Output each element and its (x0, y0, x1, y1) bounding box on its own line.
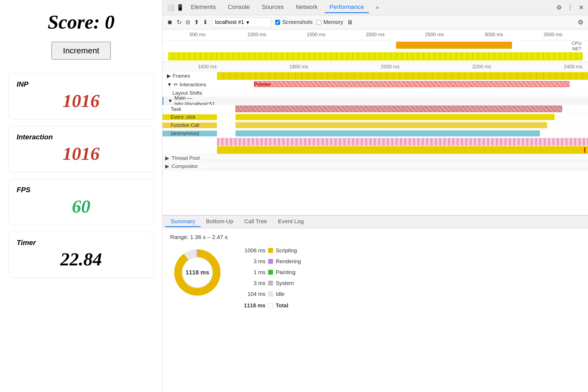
function-call-content (217, 122, 588, 129)
detail-yellow-content (217, 146, 588, 154)
anonymous-bar (235, 130, 540, 136)
upload-button[interactable]: ⬆ (194, 19, 199, 26)
tab-more[interactable]: » (371, 2, 384, 13)
timer-card: Timer 22.84 (8, 232, 154, 278)
close-icon[interactable]: ✕ (579, 4, 584, 11)
timeline-tracks: 1600 ms 1800 ms 2000 ms 2200 ms 2400 ms … (163, 62, 588, 215)
task-label: Task (163, 106, 217, 112)
ruler-2000: 2000 ms (346, 32, 405, 38)
main-expand-icon[interactable]: ▼ (168, 98, 173, 104)
tab-console[interactable]: Console (223, 2, 255, 13)
score-title: Score: 0 (48, 11, 115, 33)
thread-pool-expand-icon[interactable]: ▶ (165, 155, 169, 161)
interactions-label: ▼ ✏ Interactions (163, 81, 217, 88)
cpu-usage-bar (396, 42, 512, 49)
idle-name: Idle (276, 289, 284, 299)
clear-button[interactable]: ⊘ (185, 19, 190, 26)
timeline-ruler: 500 ms 1000 ms 1500 ms 2000 ms 2500 ms 3… (163, 29, 588, 40)
tab-sources[interactable]: Sources (257, 2, 289, 13)
function-call-label: Function Call (163, 122, 217, 128)
ruler-3500: 3500 ms (523, 32, 583, 38)
screenshots-checkbox[interactable] (275, 20, 280, 25)
interaction-card: Interaction 1016 (8, 126, 154, 172)
pointer-label: Pointer (254, 82, 271, 87)
tab-event-log[interactable]: Event Log (272, 216, 309, 227)
range-text: Range: 1.36 s – 2.47 s (170, 234, 580, 240)
tab-network[interactable]: Network (291, 2, 323, 13)
anonymous-track: (anonymous) (163, 130, 588, 138)
inp-label: INP (17, 80, 146, 88)
record-button[interactable]: ⏺ (167, 19, 173, 26)
rendering-val: 3 ms (241, 256, 265, 267)
screenshots-label: Screenshots (282, 19, 313, 25)
rendering-color (268, 259, 273, 264)
task-bar (235, 106, 562, 112)
cpu-label: CPU (572, 41, 581, 46)
compositor-content (201, 164, 588, 169)
devtools-inspect-icon[interactable]: ⬜ (167, 4, 174, 11)
timeline-scale-row: 1600 ms 1800 ms 2000 ms 2200 ms 2400 ms (163, 62, 588, 72)
perf-settings-icon[interactable]: ⚙ (578, 19, 584, 26)
timeline-overview[interactable]: 500 ms 1000 ms 1500 ms 2000 ms 2500 ms 3… (163, 29, 588, 62)
perf-toolbar: ⏺ ↻ ⊘ ⬆ ⬇ localhost #1 ▾ Screenshots Mem… (163, 15, 588, 29)
more-options-icon[interactable]: ⋮ (567, 4, 573, 11)
tab-elements[interactable]: Elements (186, 2, 221, 13)
legend-system: 3 ms System (241, 278, 301, 288)
legend-scripting: 1006 ms Scripting (241, 245, 301, 256)
ruler-1500: 1500 ms (286, 32, 346, 38)
cpu-bar-area: CPU NET (168, 40, 583, 51)
devtools-panel: ⬜ 📱 Elements Console Sources Network Per… (162, 0, 588, 392)
bottom-tabs: Summary Bottom-Up Call Tree Event Log (163, 215, 588, 228)
settings-icon[interactable]: ⚙ (556, 4, 562, 11)
rendering-name: Rendering (276, 256, 301, 267)
frames-track: ▶ Frames (163, 72, 588, 80)
donut-chart: 1118 ms (170, 245, 225, 300)
layout-shifts-content (217, 89, 588, 97)
tab-performance[interactable]: Performance (325, 2, 369, 13)
painting-color (268, 270, 273, 275)
timer-label: Timer (17, 238, 146, 247)
detail-pink-content (217, 138, 588, 146)
tab-bottom-up[interactable]: Bottom-Up (201, 216, 239, 227)
legend-painting: 1 ms Painting (241, 267, 301, 277)
scripting-color (268, 248, 273, 253)
left-panel: Score: 0 Increment INP 1016 Interaction … (0, 0, 162, 392)
memory-toggle[interactable]: Memory (316, 19, 343, 25)
url-text: localhost #1 (215, 19, 244, 25)
network-throttle-icon[interactable]: 🖥 (347, 19, 353, 26)
increment-button[interactable]: Increment (51, 42, 111, 60)
screenshots-toggle[interactable]: Screenshots (275, 19, 313, 25)
idle-val: 104 ms (241, 289, 265, 299)
tick-2400: 2400 ms (564, 64, 583, 70)
idle-color (268, 292, 273, 296)
ruler-2500: 2500 ms (405, 32, 464, 38)
devtools-device-icon[interactable]: 📱 (176, 4, 184, 11)
compositor-expand-icon[interactable]: ▶ (165, 163, 169, 169)
legend-total: 1118 ms Total (241, 300, 301, 311)
interactions-expand-icon[interactable]: ▼ (167, 82, 172, 88)
tick-2200: 2200 ms (472, 64, 491, 70)
tab-call-tree[interactable]: Call Tree (239, 216, 272, 227)
detail-pink-track (163, 138, 588, 146)
thread-pool-track[interactable]: ▶ Thread Pool (163, 154, 588, 162)
anonymous-content (217, 130, 588, 137)
event-click-label: Event: click (163, 114, 217, 120)
event-click-content (217, 114, 588, 121)
pointer-interaction-bar[interactable] (254, 81, 569, 87)
memory-checkbox[interactable] (316, 20, 321, 25)
function-call-bar (235, 122, 547, 128)
tab-summary[interactable]: Summary (165, 216, 201, 227)
compositor-label: Compositor (171, 163, 198, 169)
url-selector[interactable]: localhost #1 ▾ (212, 17, 271, 27)
compositor-track[interactable]: ▶ Compositor (163, 162, 588, 170)
reload-button[interactable]: ↻ (177, 19, 182, 26)
detail-marker (584, 147, 585, 153)
frames-expand-icon[interactable]: ▶ (167, 73, 171, 79)
frames-strip (217, 72, 588, 80)
legend-rendering: 3 ms Rendering (241, 256, 301, 267)
download-button[interactable]: ⬇ (203, 19, 208, 26)
memory-label: Memory (323, 19, 343, 25)
tick-2000: 2000 ms (381, 64, 400, 70)
main-thread-header: ▼ Main — http://localhost:51... (163, 97, 588, 105)
system-color (268, 281, 273, 286)
